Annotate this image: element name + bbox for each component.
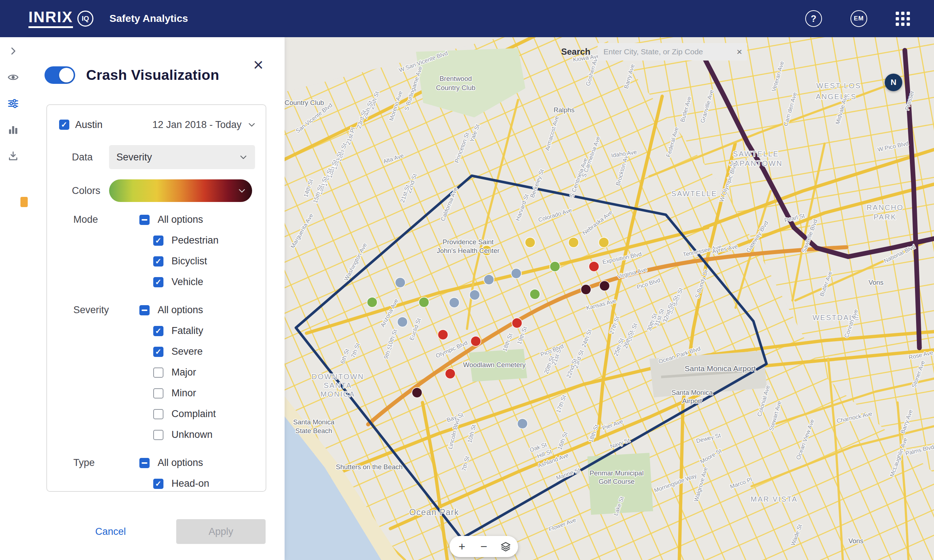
- compass-north-button[interactable]: N: [885, 74, 902, 91]
- map-label: Vons: [848, 537, 863, 545]
- checkbox-label: Bicyclist: [171, 255, 207, 267]
- map-canvas[interactable]: WEST LOSANGELESSAWTELLEJAPANTOWNSAWTELLE…: [285, 37, 934, 560]
- all-options-label: All options: [157, 305, 203, 316]
- map-label: MONICA: [321, 390, 355, 398]
- app-title: Safety Analytics: [109, 13, 188, 25]
- crash-point[interactable]: [511, 268, 521, 278]
- crash-point[interactable]: [569, 237, 579, 248]
- crash-point[interactable]: [445, 369, 455, 379]
- crash-point[interactable]: [581, 285, 591, 295]
- map-label: Ralphs: [553, 106, 575, 114]
- map-label: Woodlawn Cemetery: [463, 361, 526, 369]
- crash-point[interactable]: [599, 237, 609, 248]
- all-options-label: All options: [157, 457, 203, 468]
- checkbox[interactable]: [139, 458, 150, 468]
- zoom-out-button[interactable]: −: [474, 541, 493, 552]
- map-label: Shutters on the Beach: [336, 463, 402, 471]
- data-select-value: Severity: [116, 152, 152, 163]
- crash-point[interactable]: [412, 388, 422, 398]
- checkbox: [153, 235, 163, 246]
- map-label: SAWTELLE: [671, 189, 717, 198]
- crash-point[interactable]: [419, 297, 429, 307]
- crash-point[interactable]: [449, 297, 459, 308]
- search-clear-icon[interactable]: ×: [737, 47, 742, 57]
- checkbox-head-on[interactable]: Head-on: [47, 473, 266, 492]
- checkbox-severe[interactable]: Severe: [47, 341, 266, 362]
- checkbox-vehicle[interactable]: Vehicle: [47, 272, 266, 292]
- data-select[interactable]: Severity: [109, 145, 255, 169]
- crash-point[interactable]: [589, 262, 599, 272]
- bar-chart-icon[interactable]: [7, 124, 19, 135]
- map-search: Search ×: [561, 43, 747, 60]
- crash-point[interactable]: [470, 290, 480, 300]
- visibility-eye-icon[interactable]: [7, 71, 19, 83]
- inrix-logo[interactable]: INRIX IQ: [28, 9, 93, 28]
- expand-chevron-icon[interactable]: [7, 45, 19, 57]
- layers-icon[interactable]: [496, 542, 515, 552]
- map-label: SAWTELLE: [733, 150, 779, 158]
- map-label: Ocean Park: [409, 508, 459, 517]
- crash-point[interactable]: [438, 329, 448, 340]
- cancel-button[interactable]: Cancel: [95, 526, 126, 537]
- crash-point[interactable]: [512, 318, 522, 328]
- map-label: Providence Saint: [442, 238, 494, 246]
- crash-point[interactable]: [395, 277, 405, 288]
- type-all-options[interactable]: All options: [139, 457, 203, 468]
- checkbox-minor[interactable]: Minor: [47, 383, 266, 404]
- map-label: Santa Monica Airport: [685, 364, 756, 372]
- search-input[interactable]: [598, 43, 747, 60]
- severity-all-options[interactable]: All options: [139, 305, 203, 316]
- chevron-down-icon[interactable]: [247, 120, 256, 129]
- crash-point[interactable]: [530, 289, 540, 299]
- toggle-knob: [59, 68, 74, 82]
- download-icon[interactable]: [7, 150, 19, 162]
- map-label: Country Club: [436, 84, 475, 92]
- panel-title: Crash Visualization: [86, 67, 219, 83]
- checkbox-bicyclist[interactable]: Bicyclist: [47, 251, 266, 272]
- checkbox-complaint[interactable]: Complaint: [47, 404, 266, 425]
- checkbox-label: Complaint: [171, 408, 216, 420]
- checkbox[interactable]: [139, 305, 150, 315]
- checkbox-major[interactable]: Major: [47, 362, 266, 383]
- map-label: Vons: [868, 278, 883, 286]
- help-icon[interactable]: ?: [805, 10, 822, 27]
- panel-edge-marker[interactable]: [20, 197, 28, 207]
- report-checkbox[interactable]: [59, 120, 69, 130]
- avatar[interactable]: EM: [851, 10, 867, 27]
- checkbox-fatality[interactable]: Fatality: [47, 320, 266, 341]
- checkbox-label: Unknown: [171, 429, 213, 440]
- map[interactable]: WEST LOSANGELESSAWTELLEJAPANTOWNSAWTELLE…: [285, 37, 934, 560]
- crash-point[interactable]: [600, 281, 610, 291]
- mode-all-options[interactable]: All options: [139, 214, 203, 225]
- close-icon[interactable]: ×: [253, 56, 264, 74]
- crash-point[interactable]: [367, 297, 377, 307]
- crash-point[interactable]: [471, 336, 481, 346]
- search-label: Search: [561, 47, 590, 57]
- colors-gradient-select[interactable]: [109, 179, 252, 202]
- crash-visualization-toggle[interactable]: [45, 66, 75, 84]
- checkbox[interactable]: [139, 215, 150, 225]
- apps-grid-icon[interactable]: [896, 12, 910, 26]
- checkbox-unknown[interactable]: Unknown: [47, 425, 266, 445]
- crash-point[interactable]: [397, 317, 407, 327]
- checkbox: [153, 347, 163, 357]
- chevron-down-icon: [239, 153, 248, 162]
- report-name: Austin: [75, 119, 103, 131]
- apply-button[interactable]: Apply: [176, 519, 266, 544]
- severity-section-label: Severity: [73, 305, 139, 316]
- crash-point[interactable]: [517, 418, 527, 429]
- checkbox-pedestrian[interactable]: Pedestrian: [47, 230, 266, 251]
- checkbox-label: Head-on: [171, 478, 210, 489]
- checkbox-label: Minor: [171, 388, 196, 399]
- map-label: Penmar Municipal: [590, 469, 644, 477]
- report-row[interactable]: Austin 12 Jan 2018 - Today: [47, 114, 266, 135]
- checkbox-label: Major: [171, 367, 196, 378]
- crash-point[interactable]: [484, 275, 494, 285]
- type-section-label: Type: [73, 457, 139, 468]
- report-date-range: 12 Jan 2018 - Today: [153, 119, 242, 131]
- crash-point[interactable]: [550, 262, 560, 272]
- crash-point[interactable]: [525, 237, 535, 248]
- zoom-in-button[interactable]: +: [452, 541, 472, 552]
- filters-sliders-icon[interactable]: [7, 98, 19, 109]
- chevron-down-icon: [237, 186, 246, 195]
